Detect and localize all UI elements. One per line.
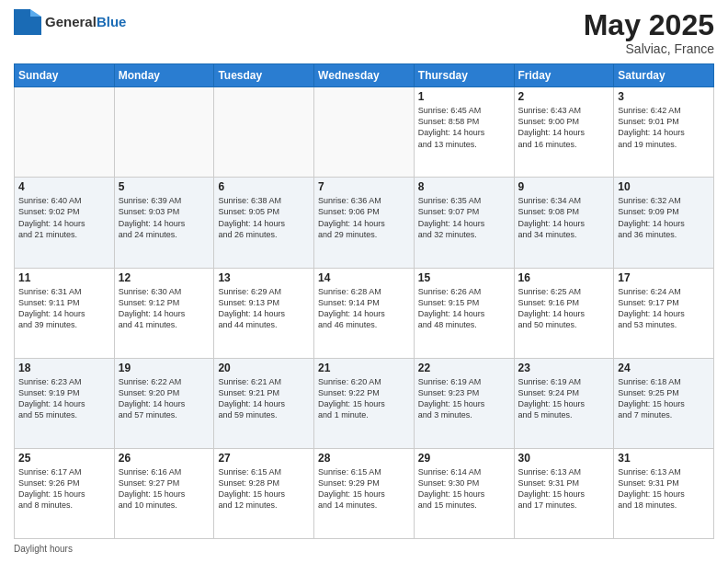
generalblue-logo-icon	[14, 9, 41, 35]
month-year: May 2025	[584, 9, 714, 41]
title-block: May 2025 Salviac, France	[584, 9, 714, 56]
footer-text: Daylight hours	[14, 544, 73, 554]
day-info: Sunrise: 6:21 AM Sunset: 9:21 PM Dayligh…	[218, 376, 310, 421]
day-number: 21	[318, 362, 410, 374]
calendar-cell: 11Sunrise: 6:31 AM Sunset: 9:11 PM Dayli…	[15, 268, 115, 358]
day-info: Sunrise: 6:15 AM Sunset: 9:28 PM Dayligh…	[218, 466, 310, 511]
day-info: Sunrise: 6:20 AM Sunset: 9:22 PM Dayligh…	[318, 376, 410, 421]
footer: Daylight hours	[14, 544, 714, 554]
day-number: 4	[18, 180, 110, 193]
calendar-cell	[314, 87, 415, 178]
week-row-4: 18Sunrise: 6:23 AM Sunset: 9:19 PM Dayli…	[15, 358, 714, 448]
header: GeneralBlue May 2025 Salviac, France	[14, 9, 714, 56]
week-row-1: 1Sunrise: 6:45 AM Sunset: 8:58 PM Daylig…	[15, 87, 714, 178]
calendar-cell: 30Sunrise: 6:13 AM Sunset: 9:31 PM Dayli…	[514, 448, 614, 538]
calendar-cell: 10Sunrise: 6:32 AM Sunset: 9:09 PM Dayli…	[614, 178, 714, 268]
day-number: 19	[119, 362, 210, 374]
day-info: Sunrise: 6:14 AM Sunset: 9:30 PM Dayligh…	[418, 466, 510, 511]
day-info: Sunrise: 6:36 AM Sunset: 9:06 PM Dayligh…	[318, 195, 410, 240]
day-number: 12	[119, 271, 210, 284]
day-number: 15	[418, 271, 510, 284]
day-number: 5	[119, 180, 210, 193]
day-header-thursday: Thursday	[414, 64, 514, 87]
day-number: 31	[618, 452, 710, 465]
day-info: Sunrise: 6:22 AM Sunset: 9:20 PM Dayligh…	[119, 376, 210, 421]
day-header-wednesday: Wednesday	[314, 64, 415, 87]
week-row-5: 25Sunrise: 6:17 AM Sunset: 9:26 PM Dayli…	[15, 448, 714, 538]
day-number: 9	[518, 180, 610, 193]
day-info: Sunrise: 6:42 AM Sunset: 9:01 PM Dayligh…	[618, 105, 710, 150]
day-info: Sunrise: 6:43 AM Sunset: 9:00 PM Dayligh…	[518, 105, 610, 150]
day-info: Sunrise: 6:19 AM Sunset: 9:24 PM Dayligh…	[518, 376, 610, 421]
calendar-cell: 24Sunrise: 6:18 AM Sunset: 9:25 PM Dayli…	[614, 358, 714, 448]
calendar-cell	[214, 87, 314, 178]
week-row-2: 4Sunrise: 6:40 AM Sunset: 9:02 PM Daylig…	[15, 178, 714, 268]
calendar-cell: 20Sunrise: 6:21 AM Sunset: 9:21 PM Dayli…	[214, 358, 314, 448]
day-info: Sunrise: 6:35 AM Sunset: 9:07 PM Dayligh…	[418, 195, 510, 240]
calendar-cell: 31Sunrise: 6:13 AM Sunset: 9:31 PM Dayli…	[614, 448, 714, 538]
day-header-tuesday: Tuesday	[214, 64, 314, 87]
day-info: Sunrise: 6:38 AM Sunset: 9:05 PM Dayligh…	[218, 195, 310, 240]
day-info: Sunrise: 6:34 AM Sunset: 9:08 PM Dayligh…	[518, 195, 610, 240]
day-info: Sunrise: 6:24 AM Sunset: 9:17 PM Dayligh…	[618, 286, 710, 331]
calendar-cell: 1Sunrise: 6:45 AM Sunset: 8:58 PM Daylig…	[414, 87, 514, 178]
day-number: 2	[518, 90, 610, 103]
day-number: 11	[18, 271, 110, 284]
page: GeneralBlue May 2025 Salviac, France Sun…	[0, 0, 728, 563]
calendar-header-row: SundayMondayTuesdayWednesdayThursdayFrid…	[15, 64, 714, 87]
week-row-3: 11Sunrise: 6:31 AM Sunset: 9:11 PM Dayli…	[15, 268, 714, 358]
calendar-cell: 29Sunrise: 6:14 AM Sunset: 9:30 PM Dayli…	[414, 448, 514, 538]
day-info: Sunrise: 6:16 AM Sunset: 9:27 PM Dayligh…	[119, 466, 210, 511]
day-info: Sunrise: 6:15 AM Sunset: 9:29 PM Dayligh…	[318, 466, 410, 511]
day-info: Sunrise: 6:18 AM Sunset: 9:25 PM Dayligh…	[618, 376, 710, 421]
day-header-monday: Monday	[114, 64, 214, 87]
calendar-cell: 4Sunrise: 6:40 AM Sunset: 9:02 PM Daylig…	[15, 178, 115, 268]
calendar-cell: 6Sunrise: 6:38 AM Sunset: 9:05 PM Daylig…	[214, 178, 314, 268]
calendar-cell: 2Sunrise: 6:43 AM Sunset: 9:00 PM Daylig…	[514, 87, 614, 178]
day-number: 29	[418, 452, 510, 465]
day-info: Sunrise: 6:19 AM Sunset: 9:23 PM Dayligh…	[418, 376, 510, 421]
day-info: Sunrise: 6:28 AM Sunset: 9:14 PM Dayligh…	[318, 286, 410, 331]
day-info: Sunrise: 6:45 AM Sunset: 8:58 PM Dayligh…	[418, 105, 510, 150]
day-number: 3	[618, 90, 710, 103]
day-number: 27	[218, 452, 310, 465]
calendar-cell: 14Sunrise: 6:28 AM Sunset: 9:14 PM Dayli…	[314, 268, 415, 358]
logo-text: GeneralBlue	[45, 15, 126, 30]
day-number: 8	[418, 180, 510, 193]
calendar-cell	[15, 87, 115, 178]
day-header-sunday: Sunday	[15, 64, 115, 87]
calendar-cell: 19Sunrise: 6:22 AM Sunset: 9:20 PM Dayli…	[114, 358, 214, 448]
calendar-cell: 12Sunrise: 6:30 AM Sunset: 9:12 PM Dayli…	[114, 268, 214, 358]
day-info: Sunrise: 6:32 AM Sunset: 9:09 PM Dayligh…	[618, 195, 710, 240]
calendar-table: SundayMondayTuesdayWednesdayThursdayFrid…	[14, 63, 714, 539]
logo: GeneralBlue	[14, 9, 126, 35]
calendar-cell: 18Sunrise: 6:23 AM Sunset: 9:19 PM Dayli…	[15, 358, 115, 448]
day-number: 25	[18, 452, 110, 465]
day-info: Sunrise: 6:40 AM Sunset: 9:02 PM Dayligh…	[18, 195, 110, 240]
day-number: 24	[618, 362, 710, 374]
calendar-cell: 8Sunrise: 6:35 AM Sunset: 9:07 PM Daylig…	[414, 178, 514, 268]
calendar-cell: 23Sunrise: 6:19 AM Sunset: 9:24 PM Dayli…	[514, 358, 614, 448]
day-info: Sunrise: 6:39 AM Sunset: 9:03 PM Dayligh…	[119, 195, 210, 240]
day-number: 20	[218, 362, 310, 374]
calendar-cell: 22Sunrise: 6:19 AM Sunset: 9:23 PM Dayli…	[414, 358, 514, 448]
logo-general: General	[45, 14, 97, 29]
day-number: 17	[618, 271, 710, 284]
day-header-friday: Friday	[514, 64, 614, 87]
logo-blue: Blue	[97, 14, 127, 29]
calendar-cell: 28Sunrise: 6:15 AM Sunset: 9:29 PM Dayli…	[314, 448, 415, 538]
calendar-cell: 5Sunrise: 6:39 AM Sunset: 9:03 PM Daylig…	[114, 178, 214, 268]
location: Salviac, France	[584, 41, 714, 56]
calendar-cell: 17Sunrise: 6:24 AM Sunset: 9:17 PM Dayli…	[614, 268, 714, 358]
calendar-cell: 7Sunrise: 6:36 AM Sunset: 9:06 PM Daylig…	[314, 178, 415, 268]
day-number: 10	[618, 180, 710, 193]
calendar-cell: 21Sunrise: 6:20 AM Sunset: 9:22 PM Dayli…	[314, 358, 415, 448]
day-number: 22	[418, 362, 510, 374]
calendar-cell: 15Sunrise: 6:26 AM Sunset: 9:15 PM Dayli…	[414, 268, 514, 358]
calendar-cell: 25Sunrise: 6:17 AM Sunset: 9:26 PM Dayli…	[15, 448, 115, 538]
day-number: 7	[318, 180, 410, 193]
svg-marker-0	[14, 9, 41, 35]
day-info: Sunrise: 6:13 AM Sunset: 9:31 PM Dayligh…	[618, 466, 710, 511]
day-number: 1	[418, 90, 510, 103]
day-number: 14	[318, 271, 410, 284]
